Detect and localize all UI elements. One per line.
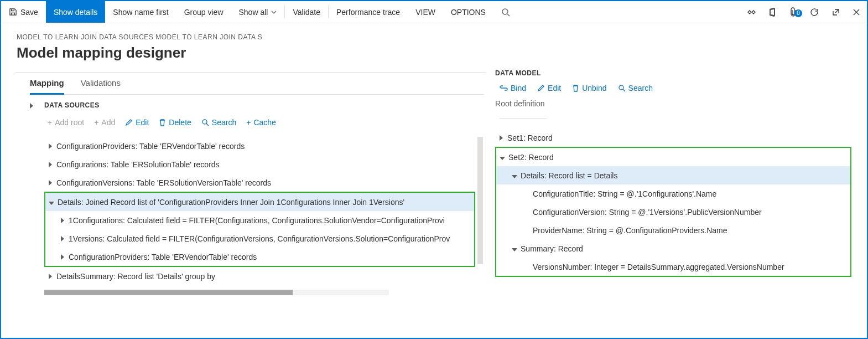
tab-mapping[interactable]: Mapping xyxy=(30,75,64,95)
bind-label: Bind xyxy=(511,84,526,93)
search-label: Search xyxy=(628,84,653,93)
tree-row[interactable]: VersionsNumber: Integer = DetailsSummary… xyxy=(496,258,850,276)
tree-row[interactable]: ConfigurationProviders: Table 'ERVendorT… xyxy=(44,137,475,155)
close-icon[interactable] xyxy=(846,8,867,16)
tree-label: ProviderName: String = @.ConfigurationPr… xyxy=(533,226,727,235)
toolbar: Save Show details Show name first Group … xyxy=(1,1,867,23)
edit-dm-button[interactable]: Edit xyxy=(537,84,561,93)
vertical-scrollbar[interactable] xyxy=(477,137,483,264)
attachment-icon[interactable]: 0 xyxy=(783,7,804,17)
save-label: Save xyxy=(20,8,38,17)
edit-button[interactable]: Edit xyxy=(125,118,149,127)
chevron-right-icon[interactable] xyxy=(44,160,56,169)
search-dm-button[interactable]: Search xyxy=(618,84,653,93)
chevron-right-icon[interactable] xyxy=(30,103,33,109)
chevron-right-icon[interactable] xyxy=(56,234,69,243)
show-details-button[interactable]: Show details xyxy=(46,1,105,23)
save-button[interactable]: Save xyxy=(1,1,46,23)
cache-label: Cache xyxy=(253,118,276,127)
dm-tree: Set1: Record Set2: Record Details: Recor… xyxy=(495,129,851,277)
add-label: Add xyxy=(101,118,115,127)
options-button[interactable]: OPTIONS xyxy=(443,1,493,23)
tree-label: Set2: Record xyxy=(508,153,554,162)
tree-row[interactable]: ProviderName: String = @.ConfigurationPr… xyxy=(496,221,850,239)
scrollbar-thumb[interactable] xyxy=(44,290,293,295)
tree-row[interactable]: Set2: Record xyxy=(496,148,850,166)
chevron-down-icon[interactable] xyxy=(45,198,58,207)
chevron-right-icon[interactable] xyxy=(56,253,69,261)
tree-label: 1Configurations: Calculated field = FILT… xyxy=(69,216,445,225)
tree-row[interactable]: Details: Record list = Details xyxy=(496,166,850,184)
validate-label: Validate xyxy=(293,8,320,17)
tree-label: Set1: Record xyxy=(507,133,553,142)
tree-row[interactable]: 1Versions: Calculated field = FILTER(Con… xyxy=(45,229,474,248)
trash-icon xyxy=(159,119,166,126)
cache-button[interactable]: + Cache xyxy=(246,118,276,127)
search-icon xyxy=(618,84,626,92)
chevron-down-icon xyxy=(271,11,277,14)
popout-icon[interactable] xyxy=(825,8,846,16)
tree-row[interactable]: ConfigurationTitle: String = @.'1Configu… xyxy=(496,184,850,203)
group-view-button[interactable]: Group view xyxy=(176,1,231,23)
chevron-down-icon[interactable] xyxy=(508,244,521,253)
tree-row[interactable]: Set1: Record xyxy=(495,129,851,147)
root-definition-label: Root definition xyxy=(495,99,851,108)
search-icon xyxy=(201,119,209,126)
bind-button[interactable]: Bind xyxy=(500,84,526,93)
pencil-icon xyxy=(537,84,545,92)
dm-actions: Bind Edit Unbind Search xyxy=(495,84,851,93)
ds-tree: ConfigurationProviders: Table 'ERVendorT… xyxy=(44,137,484,303)
tree-row[interactable]: Configurations: Table 'ERSolutionTable' … xyxy=(44,155,475,173)
validate-button[interactable]: Validate xyxy=(285,1,328,23)
chevron-right-icon[interactable] xyxy=(44,272,56,281)
tree-row[interactable]: ConfigurationVersion: String = @.'1Versi… xyxy=(496,203,850,221)
chevron-down-icon[interactable] xyxy=(508,171,521,180)
perf-trace-button[interactable]: Performance trace xyxy=(329,1,408,23)
tree-label: ConfigurationProviders: Table 'ERVendorT… xyxy=(69,253,257,261)
add-button[interactable]: + Add xyxy=(94,118,115,127)
tree-row[interactable]: ConfigurationProviders: Table 'ERVendorT… xyxy=(45,248,474,266)
highlight-box: Details: Joined Record list of 'Configur… xyxy=(44,192,475,267)
unbind-label: Unbind xyxy=(582,84,606,93)
tree-label: ConfigurationVersion: String = @.'1Versi… xyxy=(533,208,762,217)
add-root-button[interactable]: + Add root xyxy=(48,118,84,127)
search-button[interactable]: Search xyxy=(201,118,236,127)
search-label: Search xyxy=(212,118,236,127)
tree-row[interactable]: ConfigurationVersions: Table 'ERSolution… xyxy=(44,173,475,192)
tree-row[interactable]: 1Configurations: Calculated field = FILT… xyxy=(45,211,474,229)
save-icon xyxy=(9,8,17,16)
tree-row[interactable]: Details: Joined Record list of 'Configur… xyxy=(45,193,474,211)
breadcrumb: MODEL TO LEARN JOIN DATA SOURCES MODEL T… xyxy=(17,33,851,41)
chevron-right-icon[interactable] xyxy=(56,216,69,225)
tree-label: ConfigurationVersions: Table 'ERSolution… xyxy=(56,178,271,187)
link-icon[interactable] xyxy=(741,8,762,17)
svg-point-0 xyxy=(502,9,508,14)
tree-label: Details: Joined Record list of 'Configur… xyxy=(58,198,404,207)
show-all-button[interactable]: Show all xyxy=(231,1,285,23)
chevron-right-icon[interactable] xyxy=(44,142,56,151)
search-toolbar-button[interactable] xyxy=(493,1,518,23)
add-root-label: Add root xyxy=(55,118,84,127)
perf-trace-label: Performance trace xyxy=(336,8,400,17)
view-button[interactable]: VIEW xyxy=(408,1,443,23)
show-name-first-button[interactable]: Show name first xyxy=(105,1,176,23)
tree-row[interactable]: Summary: Record xyxy=(496,239,850,258)
chevron-right-icon[interactable] xyxy=(495,133,507,142)
show-name-first-label: Show name first xyxy=(113,8,168,17)
search-icon xyxy=(501,8,510,17)
svg-point-1 xyxy=(202,120,207,124)
office-icon[interactable] xyxy=(762,8,783,17)
plus-icon: + xyxy=(246,118,251,127)
horizontal-scrollbar[interactable] xyxy=(44,290,389,295)
unbind-button[interactable]: Unbind xyxy=(572,84,606,93)
chevron-right-icon[interactable] xyxy=(44,178,56,187)
plus-icon: + xyxy=(48,118,52,127)
tree-label: ConfigurationTitle: String = @.'1Configu… xyxy=(533,189,716,198)
content: MODEL TO LEARN JOIN DATA SOURCES MODEL T… xyxy=(1,23,867,313)
delete-button[interactable]: Delete xyxy=(159,118,191,127)
tab-validations[interactable]: Validations xyxy=(81,75,121,94)
chevron-down-icon[interactable] xyxy=(496,153,508,162)
refresh-icon[interactable] xyxy=(804,8,825,17)
tree-row[interactable]: DetailsSummary: Record list 'Details' gr… xyxy=(44,267,475,285)
tree-label: Configurations: Table 'ERSolutionTable' … xyxy=(56,160,220,169)
